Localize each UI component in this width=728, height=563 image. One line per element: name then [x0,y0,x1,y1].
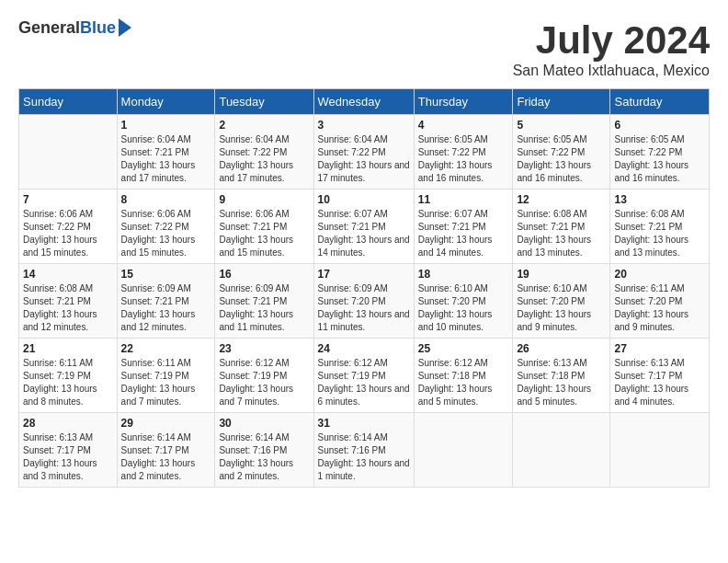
day-info: Sunrise: 6:14 AMSunset: 7:17 PMDaylight:… [121,431,211,483]
calendar-cell: 15Sunrise: 6:09 AMSunset: 7:21 PMDayligh… [117,264,215,339]
calendar-cell: 4Sunrise: 6:05 AMSunset: 7:22 PMDaylight… [414,115,513,190]
calendar-cell: 22Sunrise: 6:11 AMSunset: 7:19 PMDayligh… [117,339,215,413]
calendar-cell: 14Sunrise: 6:08 AMSunset: 7:21 PMDayligh… [19,264,118,339]
calendar-cell: 24Sunrise: 6:12 AMSunset: 7:19 PMDayligh… [313,339,414,413]
header-day-monday: Monday [117,89,215,115]
day-number: 2 [219,119,309,132]
header-day-sunday: Sunday [19,89,118,115]
day-info: Sunrise: 6:11 AMSunset: 7:20 PMDaylight:… [614,282,705,334]
calendar-table: SundayMondayTuesdayWednesdayThursdayFrid… [18,88,710,488]
calendar-cell: 29Sunrise: 6:14 AMSunset: 7:17 PMDayligh… [117,413,215,488]
day-info: Sunrise: 6:10 AMSunset: 7:20 PMDaylight:… [517,282,606,334]
header-day-tuesday: Tuesday [215,89,313,115]
day-number: 27 [614,342,705,355]
calendar-cell: 7Sunrise: 6:06 AMSunset: 7:22 PMDaylight… [19,190,118,264]
day-info: Sunrise: 6:04 AMSunset: 7:22 PMDaylight:… [318,133,410,185]
calendar-cell: 26Sunrise: 6:13 AMSunset: 7:18 PMDayligh… [513,339,610,413]
calendar-cell: 10Sunrise: 6:07 AMSunset: 7:21 PMDayligh… [313,190,414,264]
day-number: 3 [318,119,410,132]
day-number: 11 [418,193,509,206]
day-info: Sunrise: 6:09 AMSunset: 7:21 PMDaylight:… [121,282,211,334]
day-info: Sunrise: 6:05 AMSunset: 7:22 PMDaylight:… [517,133,606,185]
day-number: 30 [219,417,309,430]
day-number: 20 [614,268,705,281]
calendar-cell [610,413,710,488]
day-number: 5 [517,119,606,132]
day-info: Sunrise: 6:14 AMSunset: 7:16 PMDaylight:… [219,431,309,483]
calendar-cell: 3Sunrise: 6:04 AMSunset: 7:22 PMDaylight… [313,115,414,190]
day-number: 23 [219,342,309,355]
day-number: 31 [318,417,410,430]
day-info: Sunrise: 6:05 AMSunset: 7:22 PMDaylight:… [418,133,509,185]
calendar-header: SundayMondayTuesdayWednesdayThursdayFrid… [19,89,710,115]
day-info: Sunrise: 6:12 AMSunset: 7:18 PMDaylight:… [418,357,509,408]
day-number: 21 [23,342,113,355]
day-number: 4 [418,119,509,132]
page-header: General Blue July 2024 San Mateo Ixtlahu… [18,18,710,79]
day-number: 18 [418,268,509,281]
header-day-friday: Friday [513,89,610,115]
day-info: Sunrise: 6:07 AMSunset: 7:21 PMDaylight:… [418,208,509,259]
calendar-cell: 9Sunrise: 6:06 AMSunset: 7:21 PMDaylight… [215,190,313,264]
header-day-wednesday: Wednesday [313,89,414,115]
calendar-cell: 23Sunrise: 6:12 AMSunset: 7:19 PMDayligh… [215,339,313,413]
calendar-cell: 16Sunrise: 6:09 AMSunset: 7:21 PMDayligh… [215,264,313,339]
calendar-cell: 5Sunrise: 6:05 AMSunset: 7:22 PMDaylight… [513,115,610,190]
day-number: 29 [121,417,211,430]
day-number: 1 [121,119,211,132]
day-info: Sunrise: 6:11 AMSunset: 7:19 PMDaylight:… [23,357,113,408]
week-row-1: 7Sunrise: 6:06 AMSunset: 7:22 PMDaylight… [19,190,710,264]
day-info: Sunrise: 6:04 AMSunset: 7:22 PMDaylight:… [219,133,309,185]
day-number: 17 [318,268,410,281]
day-info: Sunrise: 6:09 AMSunset: 7:20 PMDaylight:… [318,282,410,334]
calendar-cell: 11Sunrise: 6:07 AMSunset: 7:21 PMDayligh… [414,190,513,264]
day-number: 12 [517,193,606,206]
calendar-cell: 27Sunrise: 6:13 AMSunset: 7:17 PMDayligh… [610,339,710,413]
day-number: 15 [121,268,211,281]
logo-general-text: General [18,18,80,38]
day-info: Sunrise: 6:13 AMSunset: 7:17 PMDaylight:… [23,431,113,483]
day-info: Sunrise: 6:07 AMSunset: 7:21 PMDaylight:… [318,208,410,259]
day-number: 22 [121,342,211,355]
calendar-cell: 13Sunrise: 6:08 AMSunset: 7:21 PMDayligh… [610,190,710,264]
week-row-3: 21Sunrise: 6:11 AMSunset: 7:19 PMDayligh… [19,339,710,413]
header-day-saturday: Saturday [610,89,710,115]
day-number: 7 [23,193,113,206]
calendar-cell [19,115,118,190]
day-info: Sunrise: 6:05 AMSunset: 7:22 PMDaylight:… [614,133,705,185]
logo: General Blue [18,18,131,38]
day-number: 9 [219,193,309,206]
day-number: 25 [418,342,509,355]
day-info: Sunrise: 6:11 AMSunset: 7:19 PMDaylight:… [121,357,211,408]
calendar-cell: 2Sunrise: 6:04 AMSunset: 7:22 PMDaylight… [215,115,313,190]
day-info: Sunrise: 6:08 AMSunset: 7:21 PMDaylight:… [517,208,606,259]
day-info: Sunrise: 6:14 AMSunset: 7:16 PMDaylight:… [318,431,410,483]
calendar-cell: 28Sunrise: 6:13 AMSunset: 7:17 PMDayligh… [19,413,118,488]
calendar-cell: 1Sunrise: 6:04 AMSunset: 7:21 PMDaylight… [117,115,215,190]
day-number: 13 [614,193,705,206]
day-info: Sunrise: 6:13 AMSunset: 7:18 PMDaylight:… [517,357,606,408]
day-info: Sunrise: 6:10 AMSunset: 7:20 PMDaylight:… [418,282,509,334]
day-info: Sunrise: 6:09 AMSunset: 7:21 PMDaylight:… [219,282,309,334]
day-number: 28 [23,417,113,430]
calendar-body: 1Sunrise: 6:04 AMSunset: 7:21 PMDaylight… [19,115,710,488]
day-info: Sunrise: 6:06 AMSunset: 7:22 PMDaylight:… [23,208,113,259]
day-info: Sunrise: 6:13 AMSunset: 7:17 PMDaylight:… [614,357,705,408]
calendar-cell [513,413,610,488]
day-info: Sunrise: 6:04 AMSunset: 7:21 PMDaylight:… [121,133,211,185]
calendar-cell: 21Sunrise: 6:11 AMSunset: 7:19 PMDayligh… [19,339,118,413]
location-text: San Mateo Ixtlahuaca, Mexico [513,63,710,79]
week-row-2: 14Sunrise: 6:08 AMSunset: 7:21 PMDayligh… [19,264,710,339]
calendar-cell: 8Sunrise: 6:06 AMSunset: 7:22 PMDaylight… [117,190,215,264]
day-number: 14 [23,268,113,281]
day-number: 10 [318,193,410,206]
calendar-cell: 17Sunrise: 6:09 AMSunset: 7:20 PMDayligh… [313,264,414,339]
day-number: 24 [318,342,410,355]
day-number: 19 [517,268,606,281]
month-title: July 2024 [513,18,710,63]
header-row: SundayMondayTuesdayWednesdayThursdayFrid… [19,89,710,115]
calendar-cell: 19Sunrise: 6:10 AMSunset: 7:20 PMDayligh… [513,264,610,339]
calendar-cell: 18Sunrise: 6:10 AMSunset: 7:20 PMDayligh… [414,264,513,339]
logo-arrow-icon [119,18,131,37]
calendar-cell: 12Sunrise: 6:08 AMSunset: 7:21 PMDayligh… [513,190,610,264]
